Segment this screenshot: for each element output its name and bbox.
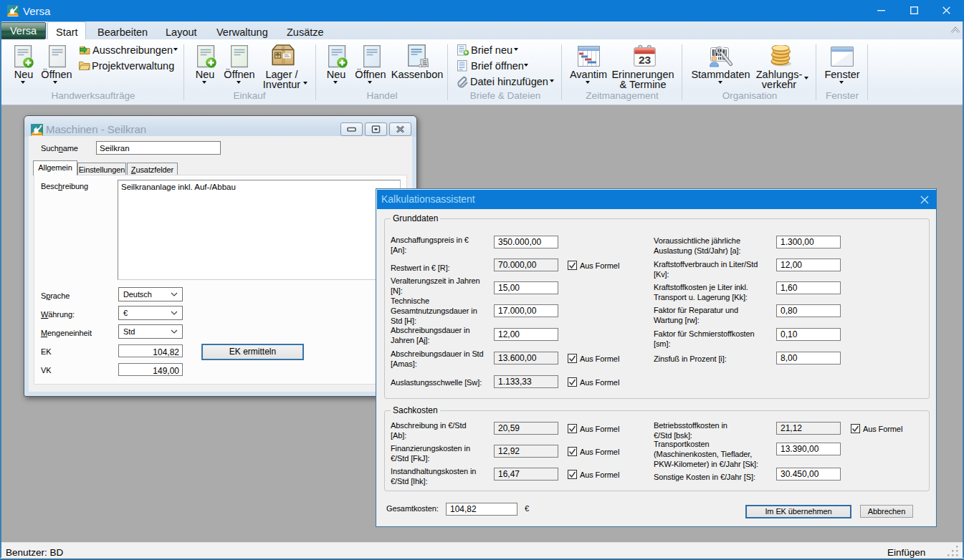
svg-text:23: 23 [639,54,652,66]
